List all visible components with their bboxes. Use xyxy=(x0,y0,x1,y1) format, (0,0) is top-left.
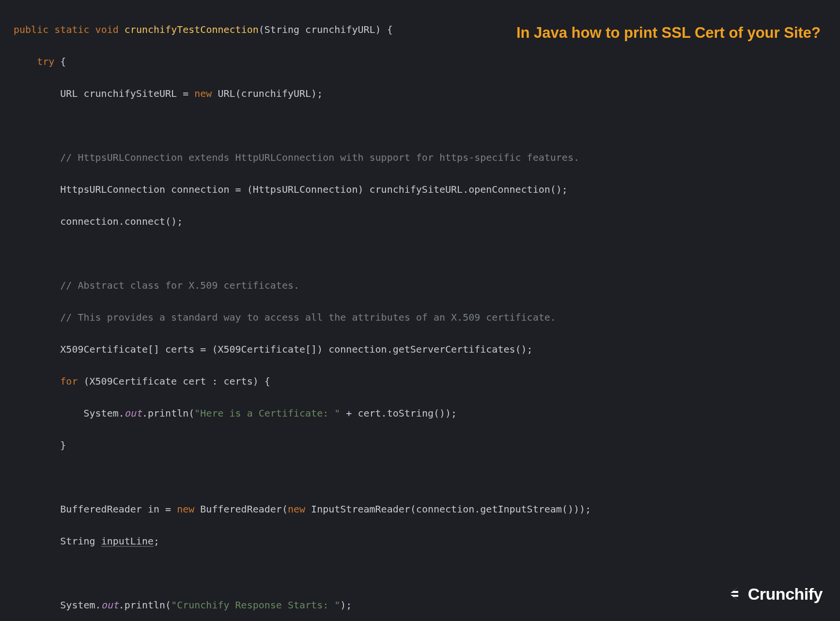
code-line xyxy=(14,565,840,581)
crunchify-logo-icon xyxy=(726,586,745,602)
paren: ( xyxy=(259,24,264,35)
param-type: String xyxy=(264,24,299,35)
param-name: crunchifyURL xyxy=(305,24,375,35)
code-line: URL crunchifySiteURL = new URL(crunchify… xyxy=(14,86,840,102)
code-text: BufferedReader( xyxy=(194,503,288,515)
code-line: // HttpsURLConnection extends HttpURLCon… xyxy=(14,150,840,166)
code-text: URL(crunchifyURL); xyxy=(212,88,323,99)
keyword-static: static xyxy=(54,24,89,35)
code-line xyxy=(14,246,840,262)
variable: inputLine xyxy=(101,535,154,547)
comment: // This provides a standard way to acces… xyxy=(60,311,556,323)
code-line: // Abstract class for X.509 certificates… xyxy=(14,278,840,294)
string-literal: "Here is a Certificate: " xyxy=(194,407,340,419)
keyword-new: new xyxy=(288,503,305,515)
code-text: String xyxy=(60,535,101,547)
code-block: public static void crunchifyTestConnecti… xyxy=(14,6,840,621)
code-text: X509Certificate[] certs = (X509Certifica… xyxy=(60,343,532,355)
comment: // Abstract class for X.509 certificates… xyxy=(60,279,299,291)
field-out: out xyxy=(101,599,119,611)
code-line: System.out.println("Crunchify Response S… xyxy=(14,597,840,613)
code-text: URL crunchifySiteURL = xyxy=(60,88,194,99)
brace: { xyxy=(60,56,66,67)
brace: } xyxy=(60,439,66,451)
code-text: connection.connect(); xyxy=(60,216,183,227)
code-line: try { xyxy=(14,54,840,70)
code-line: HttpsURLConnection connection = (HttpsUR… xyxy=(14,182,840,198)
field-out: out xyxy=(124,407,142,419)
method-name: crunchifyTestConnection xyxy=(124,24,259,35)
overlay-title: In Java how to print SSL Cert of your Si… xyxy=(516,20,821,45)
code-text: ); xyxy=(340,599,352,611)
code-line: BufferedReader in = new BufferedReader(n… xyxy=(14,501,840,517)
string-literal: "Crunchify Response Starts: " xyxy=(171,599,340,611)
code-text: System. xyxy=(60,599,101,611)
code-line: for (X509Certificate cert : certs) { xyxy=(14,373,840,389)
keyword-new: new xyxy=(177,503,194,515)
crunchify-logo: Crunchify xyxy=(726,580,823,607)
paren: ) { xyxy=(375,24,393,35)
code-line: System.out.println("Here is a Certificat… xyxy=(14,405,840,421)
code-line xyxy=(14,469,840,485)
code-text: System. xyxy=(84,407,124,419)
code-line xyxy=(14,118,840,134)
code-text: HttpsURLConnection connection = (HttpsUR… xyxy=(60,184,568,195)
code-line: } xyxy=(14,437,840,453)
code-text: BufferedReader in = xyxy=(60,503,177,515)
code-line: X509Certificate[] certs = (X509Certifica… xyxy=(14,342,840,357)
keyword-void: void xyxy=(95,24,119,35)
crunchify-logo-text: Crunchify xyxy=(748,580,823,607)
comment: // HttpsURLConnection extends HttpURLCon… xyxy=(60,152,579,163)
code-text: .println( xyxy=(142,407,194,419)
keyword-public: public xyxy=(14,24,48,35)
code-text: + cert.toString()); xyxy=(340,407,457,419)
code-line: // This provides a standard way to acces… xyxy=(14,310,840,326)
code-text: InputStreamReader(connection.getInputStr… xyxy=(305,503,591,515)
code-line: String inputLine; xyxy=(14,533,840,549)
keyword-for: for xyxy=(60,375,78,387)
code-text: .println( xyxy=(119,599,171,611)
code-line: connection.connect(); xyxy=(14,214,840,230)
code-text: ; xyxy=(154,535,159,547)
code-text: (X509Certificate cert : certs) { xyxy=(78,375,270,387)
keyword-new: new xyxy=(194,88,212,99)
keyword-try: try xyxy=(37,56,54,67)
